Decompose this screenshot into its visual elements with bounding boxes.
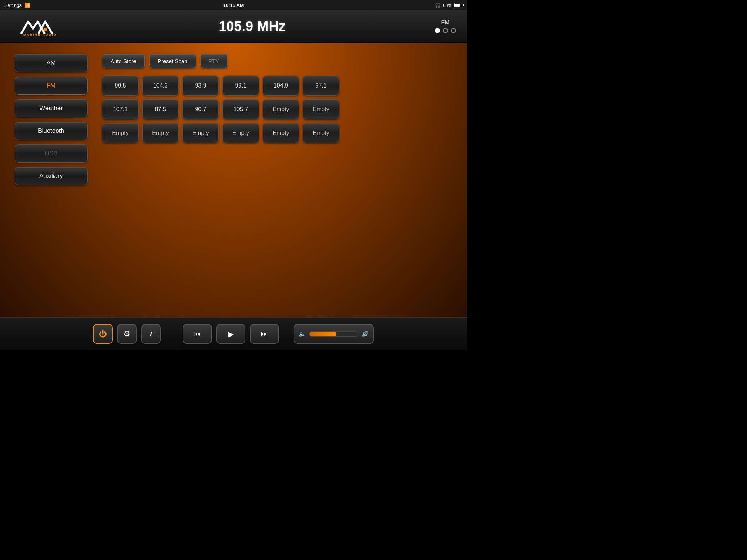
preset-7[interactable]: 107.1 bbox=[102, 99, 139, 119]
info-icon: i bbox=[150, 330, 152, 338]
play-icon: ▶ bbox=[228, 330, 234, 338]
fast-forward-icon: ⏭ bbox=[261, 330, 268, 338]
auto-store-button[interactable]: Auto Store bbox=[102, 54, 145, 68]
top-controls: Auto Store Preset Scan PTY bbox=[102, 54, 452, 68]
preset-12[interactable]: Empty bbox=[303, 99, 339, 119]
volume-slider-fill bbox=[309, 332, 336, 336]
settings-button[interactable]: ⚙ bbox=[117, 324, 137, 344]
preset-2[interactable]: 104.3 bbox=[142, 75, 179, 96]
toolbar-left: ⏻ ⚙ i bbox=[93, 324, 161, 344]
preset-1[interactable]: 90.5 bbox=[102, 75, 139, 96]
source-sidebar: AM FM Weather Bluetooth USB Auxiliary bbox=[15, 54, 88, 306]
source-am-button[interactable]: AM bbox=[15, 54, 88, 72]
battery-percent: 68% bbox=[443, 3, 452, 8]
frequency-display: 105.9 MHz bbox=[218, 19, 286, 34]
preset-14[interactable]: Empty bbox=[142, 123, 179, 143]
preset-17[interactable]: Empty bbox=[263, 123, 299, 143]
status-bar-time: 10:15 AM bbox=[223, 3, 244, 8]
preset-scan-button[interactable]: Preset Scan bbox=[149, 54, 196, 68]
band-dot-3 bbox=[451, 28, 456, 33]
preset-6[interactable]: 97.1 bbox=[303, 75, 339, 96]
svg-point-1 bbox=[43, 28, 47, 31]
toolbar-right: 🔈 🔊 bbox=[294, 324, 374, 344]
main-content: AM FM Weather Bluetooth USB Auxiliary Au… bbox=[0, 43, 467, 317]
logo-area: MARINE AUDIO bbox=[11, 16, 69, 36]
volume-min-icon: 🔈 bbox=[299, 330, 306, 337]
source-fm-button[interactable]: FM bbox=[15, 77, 88, 95]
preset-9[interactable]: 90.7 bbox=[182, 99, 219, 119]
band-dot-1 bbox=[435, 28, 440, 33]
status-bar-left: Settings 📶 bbox=[4, 3, 30, 8]
band-label: FM bbox=[441, 19, 449, 26]
preset-10[interactable]: 105.7 bbox=[222, 99, 259, 119]
source-weather-button[interactable]: Weather bbox=[15, 99, 88, 117]
source-bluetooth-button[interactable]: Bluetooth bbox=[15, 122, 88, 140]
volume-max-icon: 🔊 bbox=[361, 330, 369, 337]
volume-slider-track[interactable] bbox=[309, 331, 359, 337]
preset-row-1: 90.5 104.3 93.9 99.1 104.9 97.1 bbox=[102, 75, 452, 96]
preset-13[interactable]: Empty bbox=[102, 123, 139, 143]
source-auxiliary-button[interactable]: Auxiliary bbox=[15, 167, 88, 185]
preset-grid: 90.5 104.3 93.9 99.1 104.9 97.1 107.1 87… bbox=[102, 75, 452, 143]
wifi-icon: 📶 bbox=[24, 3, 30, 8]
bottom-toolbar: ⏻ ⚙ i ⏮ ▶ ⏭ 🔈 🔊 bbox=[0, 317, 467, 350]
preset-5[interactable]: 104.9 bbox=[263, 75, 299, 96]
info-button[interactable]: i bbox=[141, 324, 161, 344]
power-icon: ⏻ bbox=[99, 329, 107, 339]
preset-3[interactable]: 93.9 bbox=[182, 75, 219, 96]
preset-8[interactable]: 87.5 bbox=[142, 99, 179, 119]
status-bar: Settings 📶 10:15 AM 🎧 68% bbox=[0, 0, 467, 10]
fast-forward-button[interactable]: ⏭ bbox=[250, 324, 279, 344]
rewind-button[interactable]: ⏮ bbox=[183, 324, 212, 344]
rewind-icon: ⏮ bbox=[194, 330, 201, 338]
settings-label: Settings bbox=[4, 3, 22, 8]
svg-text:MARINE AUDIO: MARINE AUDIO bbox=[23, 33, 57, 36]
header: MARINE AUDIO 105.9 MHz FM bbox=[0, 10, 467, 43]
status-bar-right: 🎧 68% bbox=[435, 3, 462, 8]
band-indicator: FM bbox=[435, 19, 456, 33]
battery-indicator bbox=[454, 3, 462, 7]
preset-row-2: 107.1 87.5 90.7 105.7 Empty Empty bbox=[102, 99, 452, 119]
band-dots bbox=[435, 28, 456, 33]
source-usb-button[interactable]: USB bbox=[15, 144, 88, 163]
volume-control[interactable]: 🔈 🔊 bbox=[294, 324, 374, 344]
marine-audio-logo: MARINE AUDIO bbox=[11, 16, 69, 36]
preset-row-3: Empty Empty Empty Empty Empty Empty bbox=[102, 123, 452, 143]
power-button[interactable]: ⏻ bbox=[93, 324, 113, 344]
preset-18[interactable]: Empty bbox=[303, 123, 339, 143]
pty-button[interactable]: PTY bbox=[200, 54, 228, 68]
settings-icon: ⚙ bbox=[123, 329, 131, 339]
band-dot-2 bbox=[443, 28, 448, 33]
preset-area: Auto Store Preset Scan PTY 90.5 104.3 93… bbox=[102, 54, 452, 306]
preset-4[interactable]: 99.1 bbox=[222, 75, 259, 96]
preset-15[interactable]: Empty bbox=[182, 123, 219, 143]
play-button[interactable]: ▶ bbox=[216, 324, 245, 344]
toolbar-center: ⏮ ▶ ⏭ bbox=[183, 324, 279, 344]
preset-16[interactable]: Empty bbox=[222, 123, 259, 143]
preset-11[interactable]: Empty bbox=[263, 99, 299, 119]
headphone-icon: 🎧 bbox=[435, 3, 441, 8]
